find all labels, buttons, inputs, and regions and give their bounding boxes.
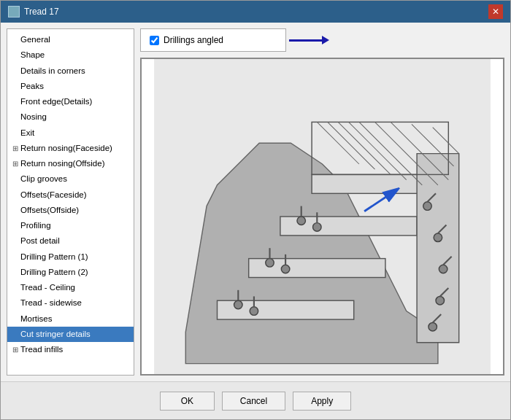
drillings-angled-section: Drillings angled	[140, 28, 286, 52]
tree-item-cut-stringer-details[interactable]: Cut stringer details	[7, 327, 134, 342]
tree-item-front-edge[interactable]: Front edge(Details)	[7, 94, 134, 109]
tree-item-profiling[interactable]: Profiling	[7, 218, 134, 233]
svg-point-26	[313, 223, 322, 232]
arrow-annotation	[289, 36, 329, 44]
tree-item-tread-infills[interactable]: ⊞Tread infills	[7, 342, 134, 357]
svg-point-22	[281, 265, 290, 273]
tree-item-nosing[interactable]: Nosing	[7, 109, 134, 125]
tree-item-label: Cut stringer details	[20, 330, 91, 338]
stair-preview-area	[140, 58, 504, 376]
svg-point-32	[436, 296, 445, 305]
tree-item-exit[interactable]: Exit	[7, 125, 134, 141]
tree-item-drilling-pattern-1[interactable]: Drilling Pattern (1)	[7, 249, 134, 265]
tree-item-return-nosing-offside[interactable]: ⊞Return nosing(Offside)	[7, 156, 134, 171]
tree-item-label: Return nosing(Offside)	[20, 159, 104, 168]
tree-item-post-detail[interactable]: Post detail	[7, 233, 134, 249]
tree-item-label: General	[20, 35, 50, 44]
tree-item-label: Offsets(Faceside)	[20, 190, 87, 199]
tree-item-label: Mortises	[20, 314, 52, 323]
drillings-angled-checkbox[interactable]	[150, 36, 159, 45]
tree-item-label: Exit	[20, 128, 34, 137]
tree-item-tread-sidewise[interactable]: Tread - sidewise	[7, 295, 134, 311]
svg-point-25	[297, 217, 306, 225]
svg-point-29	[423, 202, 432, 211]
close-button[interactable]: ✕	[488, 4, 503, 19]
window-icon	[8, 6, 20, 18]
stair-svg	[142, 59, 503, 374]
right-panel: Drillings angled	[140, 28, 504, 376]
tree-item-label: Tread - sidewise	[20, 298, 82, 307]
drillings-angled-label[interactable]: Drillings angled	[164, 35, 223, 45]
tree-item-drilling-pattern-2[interactable]: Drilling Pattern (2)	[7, 265, 134, 280]
svg-marker-6	[417, 154, 459, 343]
tree-item-tread-ceiling[interactable]: Tread - Ceiling	[7, 280, 134, 295]
tree-item-label: Offsets(Offside)	[20, 206, 79, 214]
tree-item-peaks[interactable]: Peaks	[7, 79, 134, 94]
svg-point-21	[266, 259, 274, 268]
expand-icon: ⊞	[10, 158, 20, 169]
tree-item-label: Front edge(Details)	[20, 97, 92, 106]
apply-button[interactable]: Apply	[293, 392, 351, 411]
tree-item-offsets-offside[interactable]: Offsets(Offside)	[7, 203, 134, 218]
tree-item-label: Drilling Pattern (1)	[20, 252, 88, 261]
svg-point-33	[429, 322, 437, 331]
expand-icon: ⊞	[10, 143, 20, 154]
tree-item-label: Profiling	[20, 221, 51, 230]
arrow-body	[289, 39, 322, 42]
tree-item-details-corners[interactable]: Details in corners	[7, 63, 134, 79]
tree-item-mortises[interactable]: Mortises	[7, 311, 134, 327]
expand-icon: ⊞	[10, 344, 20, 355]
svg-point-31	[439, 265, 447, 273]
tree-item-label: Shape	[20, 50, 45, 59]
tree-item-label: Post detail	[20, 236, 60, 245]
tree-item-offsets-faceside[interactable]: Offsets(Faceside)	[7, 187, 134, 203]
svg-point-18	[250, 307, 258, 316]
ok-button[interactable]: OK	[160, 392, 215, 411]
svg-point-30	[434, 233, 442, 242]
window-title: Tread 17	[24, 7, 59, 17]
tree-item-shape[interactable]: Shape	[7, 47, 134, 63]
tree-item-label: Clip grooves	[20, 174, 67, 183]
tree-item-return-nosing-faceside[interactable]: ⊞Return nosing(Faceside)	[7, 141, 134, 156]
footer: OK Cancel Apply	[1, 381, 510, 419]
title-bar-left: Tread 17	[8, 6, 59, 18]
tree-item-label: Nosing	[20, 112, 47, 121]
content-area: GeneralShapeDetails in cornersPeaksFront…	[1, 23, 510, 381]
tree-item-general[interactable]: General	[7, 32, 134, 47]
tree-panel: GeneralShapeDetails in cornersPeaksFront…	[7, 28, 134, 376]
tree-item-clip-grooves[interactable]: Clip grooves	[7, 171, 134, 187]
tree-item-label: Peaks	[20, 82, 44, 90]
tree-item-label: Tread - Ceiling	[20, 283, 75, 292]
arrow-head	[322, 36, 329, 44]
cancel-button[interactable]: Cancel	[222, 392, 285, 411]
main-window: Tread 17 ✕ GeneralShapeDetails in corner…	[0, 0, 511, 420]
tree-item-label: Details in corners	[20, 66, 85, 75]
tree-item-label: Drilling Pattern (2)	[20, 268, 88, 276]
svg-point-17	[234, 300, 243, 309]
tree-item-label: Return nosing(Faceside)	[20, 144, 112, 152]
tree-item-label: Tread infills	[20, 345, 63, 354]
title-bar: Tread 17 ✕	[1, 1, 510, 23]
